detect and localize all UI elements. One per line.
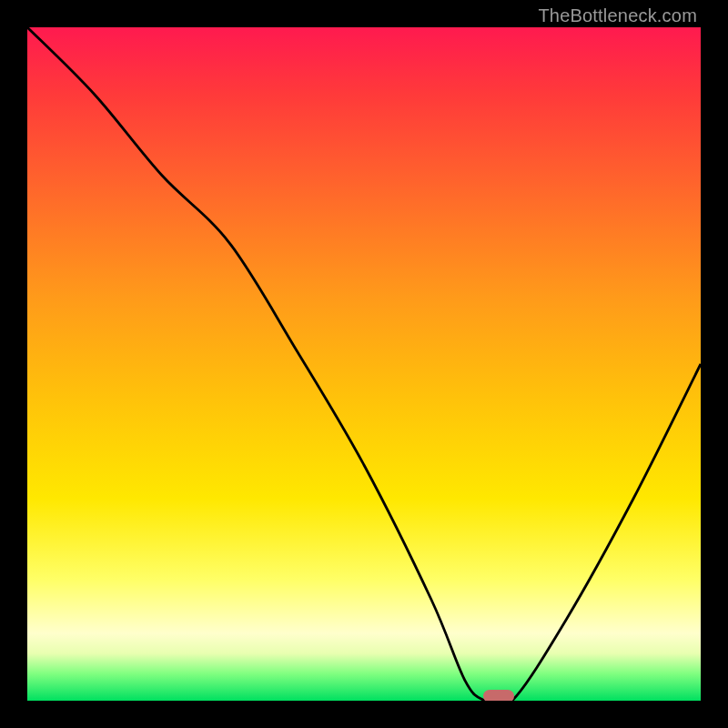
curve-path <box>27 27 701 701</box>
watermark-text: TheBottleneck.com <box>538 5 697 26</box>
plot-area <box>27 27 701 701</box>
chart-frame: TheBottleneck.com <box>0 0 728 728</box>
optimal-marker <box>483 690 514 701</box>
bottleneck-curve <box>27 27 701 701</box>
